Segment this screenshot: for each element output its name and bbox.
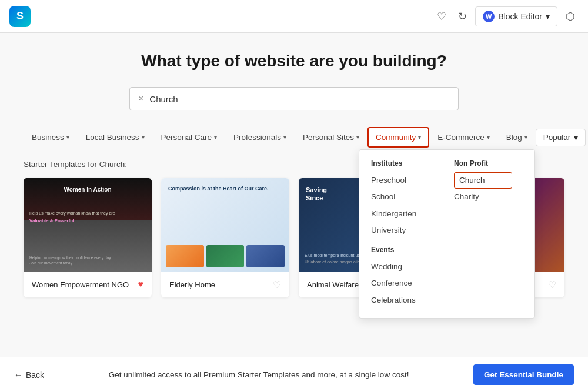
dropdown-col-nonprofit: Non Profit Church Charity bbox=[442, 150, 524, 318]
main-content: What type of website are you building? ×… bbox=[0, 33, 588, 357]
topbar-right: ♡ ↻ W Block Editor ▾ ⬡ bbox=[433, 6, 579, 26]
chevron-down-icon: ▾ bbox=[356, 134, 359, 140]
dropdown-item-university[interactable]: University bbox=[371, 222, 430, 239]
dropdown-item-kindergarten[interactable]: Kindergarten bbox=[371, 206, 430, 222]
chevron-down-icon: ▾ bbox=[574, 133, 578, 142]
tab-personal-sites[interactable]: Personal Sites ▾ bbox=[295, 127, 368, 148]
dropdown-item-school[interactable]: School bbox=[371, 189, 430, 205]
tab-blog[interactable]: Blog ▾ bbox=[498, 127, 536, 148]
get-essential-bundle-button[interactable]: Get Essential Bundle bbox=[473, 364, 574, 385]
sort-dropdown[interactable]: Popular ▾ bbox=[536, 129, 586, 146]
dropdown-item-preschool[interactable]: Preschool bbox=[371, 172, 430, 189]
bottom-bar: ← Back Get unlimited access to all Premi… bbox=[0, 357, 588, 392]
dropdown-item-conference[interactable]: Conference bbox=[371, 275, 430, 292]
community-dropdown: Institutes Preschool School Kindergarten… bbox=[359, 149, 535, 319]
card-title: Elderly Home bbox=[169, 280, 215, 289]
external-link-icon-btn[interactable]: ⬡ bbox=[562, 6, 579, 26]
chevron-down-icon: ▾ bbox=[418, 134, 421, 140]
chevron-down-icon: ▾ bbox=[524, 134, 527, 140]
dropdown-section-institutes: Institutes bbox=[371, 159, 430, 167]
dropdown-item-charity[interactable]: Charity bbox=[454, 189, 512, 205]
tab-ecommerce[interactable]: E-Commerce ▾ bbox=[429, 127, 498, 148]
block-editor-label: Block Editor bbox=[498, 12, 542, 21]
favorite-button[interactable]: ♡ bbox=[273, 279, 281, 290]
clear-search-icon[interactable]: × bbox=[138, 93, 143, 104]
filter-bar: Business ▾ Local Business ▾ Personal Car… bbox=[24, 127, 564, 148]
card-elderly-home[interactable]: Compassion is at the Heart of Our Care. … bbox=[161, 178, 289, 297]
back-button[interactable]: ← Back bbox=[14, 370, 44, 380]
tab-personal-care[interactable]: Personal Care ▾ bbox=[153, 127, 225, 148]
chevron-down-icon: ▾ bbox=[487, 134, 490, 140]
back-label: Back bbox=[26, 370, 44, 380]
card-footer-elderly-home: Elderly Home ♡ bbox=[161, 272, 289, 297]
topbar: S ♡ ↻ W Block Editor ▾ ⬡ bbox=[0, 0, 588, 33]
search-input[interactable] bbox=[149, 94, 450, 104]
chevron-down-icon: ▾ bbox=[66, 134, 69, 140]
sort-label: Popular bbox=[543, 133, 571, 142]
search-bar: × bbox=[129, 87, 459, 110]
card-women-empowerment[interactable]: Women In Action Help us make every woman… bbox=[24, 178, 152, 297]
tab-community[interactable]: Community ▾ bbox=[368, 127, 429, 148]
wordpress-icon: W bbox=[483, 11, 495, 22]
chevron-down-icon: ▾ bbox=[546, 12, 550, 21]
favorite-button[interactable]: ♥ bbox=[138, 279, 144, 290]
dropdown-col-institutes: Institutes Preschool School Kindergarten… bbox=[359, 150, 442, 318]
card-image-women-empowerment: Women In Action Help us make every woman… bbox=[24, 178, 152, 272]
topbar-left: S bbox=[9, 6, 31, 27]
search-bar-wrapper: × bbox=[24, 87, 564, 110]
tab-professionals[interactable]: Professionals ▾ bbox=[225, 127, 295, 148]
logo: S bbox=[9, 6, 31, 27]
chevron-down-icon: ▾ bbox=[142, 134, 145, 140]
arrow-left-icon: ← bbox=[14, 370, 22, 380]
promo-text: Get unlimited access to all Premium Star… bbox=[44, 370, 473, 379]
card-title: Animal Welfare bbox=[307, 280, 359, 289]
dropdown-item-wedding[interactable]: Wedding bbox=[371, 259, 430, 275]
card-footer-women-empowerment: Women Empowerment NGO ♥ bbox=[24, 272, 152, 297]
card-title: Women Empowerment NGO bbox=[32, 280, 129, 289]
card-image-elderly-home: Compassion is at the Heart of Our Care. bbox=[161, 178, 289, 272]
tab-business[interactable]: Business ▾ bbox=[24, 127, 78, 148]
favorite-button[interactable]: ♡ bbox=[548, 279, 556, 290]
refresh-icon-btn[interactable]: ↻ bbox=[455, 6, 470, 26]
chevron-down-icon: ▾ bbox=[214, 134, 217, 140]
dropdown-section-events: Events bbox=[371, 246, 430, 254]
dropdown-item-celebrations[interactable]: Celebrations bbox=[371, 292, 430, 309]
dropdown-section-nonprofit: Non Profit bbox=[454, 159, 512, 167]
filter-area: Business ▾ Local Business ▾ Personal Car… bbox=[24, 127, 564, 148]
block-editor-button[interactable]: W Block Editor ▾ bbox=[475, 6, 557, 26]
dropdown-item-church[interactable]: Church bbox=[454, 172, 512, 189]
tab-local-business[interactable]: Local Business ▾ bbox=[78, 127, 153, 148]
chevron-down-icon: ▾ bbox=[283, 134, 286, 140]
page-title: What type of website are you building? bbox=[24, 52, 564, 71]
favorites-icon-btn[interactable]: ♡ bbox=[433, 6, 450, 26]
